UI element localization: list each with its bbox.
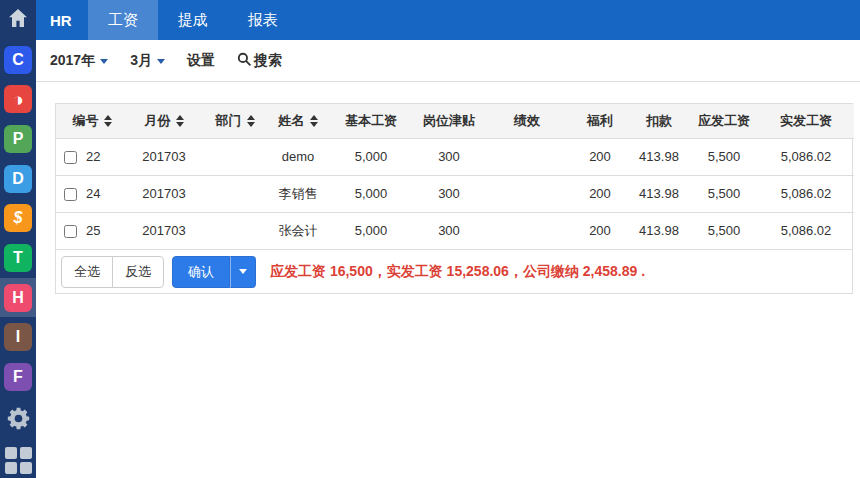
sidebar-item-app-h-active[interactable]: H bbox=[0, 278, 36, 318]
sidebar-home-button[interactable] bbox=[0, 0, 36, 40]
chevron-down-icon bbox=[239, 269, 247, 274]
table-row: 22 201703 demo 5,000 300 200 413.98 5,50… bbox=[56, 138, 854, 175]
welfare-cell: 200 bbox=[572, 138, 628, 175]
tab-commission[interactable]: 提成 bbox=[158, 0, 228, 40]
confirm-split-button: 确认 bbox=[172, 256, 256, 288]
sidebar-item-app-o[interactable]: ◑ bbox=[0, 79, 36, 119]
salary-table: 编号 月份 部门 姓名 基本工资 岗位津贴 绩效 福利 扣款 应发工资 实发工资 bbox=[56, 104, 854, 249]
gear-icon bbox=[5, 405, 32, 436]
invert-selection-button[interactable]: 反选 bbox=[112, 256, 164, 288]
search-link[interactable]: 搜索 bbox=[237, 52, 282, 70]
app-c-icon: C bbox=[4, 46, 32, 74]
base-salary-cell: 5,000 bbox=[326, 212, 416, 249]
sidebar: C ◑ P D $ T H I F bbox=[0, 0, 36, 478]
welfare-cell: 200 bbox=[572, 212, 628, 249]
deduction-cell: 413.98 bbox=[628, 212, 690, 249]
table-footer: 全选 反选 确认 应发工资 16,500，实发工资 15,258.06，公司缴纳… bbox=[56, 249, 852, 293]
id-cell: 22 bbox=[56, 138, 128, 175]
main-area: HR 工资 提成 报表 2017年 3月 设置 搜索 bbox=[36, 0, 860, 478]
brand-hr[interactable]: HR bbox=[36, 0, 88, 40]
deduction-cell: 413.98 bbox=[628, 175, 690, 212]
net-pay-cell: 5,086.02 bbox=[758, 138, 854, 175]
app-f-icon: F bbox=[4, 363, 32, 391]
name-cell: demo bbox=[270, 138, 326, 175]
gross-pay-cell: 5,500 bbox=[690, 175, 758, 212]
sidebar-item-app-p[interactable]: P bbox=[0, 119, 36, 159]
search-link-label: 搜索 bbox=[254, 52, 282, 70]
table-row: 25 201703 张会计 5,000 300 200 413.98 5,500… bbox=[56, 212, 854, 249]
app-i-icon: I bbox=[4, 323, 32, 351]
app-o-icon: ◑ bbox=[4, 85, 32, 113]
column-header-gross-pay: 应发工资 bbox=[690, 104, 758, 138]
filter-bar: 2017年 3月 设置 搜索 bbox=[36, 40, 860, 82]
post-allowance-cell: 300 bbox=[416, 212, 482, 249]
sidebar-item-app-i[interactable]: I bbox=[0, 317, 36, 357]
confirm-button[interactable]: 确认 bbox=[172, 256, 230, 288]
month-cell: 201703 bbox=[128, 212, 200, 249]
column-header-month[interactable]: 月份 bbox=[128, 104, 200, 138]
net-pay-cell: 5,086.02 bbox=[758, 175, 854, 212]
column-header-post-allowance: 岗位津贴 bbox=[416, 104, 482, 138]
apps-grid-icon bbox=[5, 447, 32, 474]
month-dropdown[interactable]: 3月 bbox=[130, 52, 165, 70]
tab-salary[interactable]: 工资 bbox=[88, 0, 158, 40]
tab-reports[interactable]: 报表 bbox=[228, 0, 298, 40]
content-area: 编号 月份 部门 姓名 基本工资 岗位津贴 绩效 福利 扣款 应发工资 实发工资 bbox=[36, 82, 860, 294]
app-s-icon: $ bbox=[4, 204, 32, 232]
performance-cell bbox=[482, 175, 572, 212]
net-pay-cell: 5,086.02 bbox=[758, 212, 854, 249]
base-salary-cell: 5,000 bbox=[326, 175, 416, 212]
row-checkbox[interactable] bbox=[64, 225, 77, 238]
select-all-button[interactable]: 全选 bbox=[61, 256, 113, 288]
salary-summary-text: 应发工资 16,500，实发工资 15,258.06，公司缴纳 2,458.89… bbox=[270, 263, 645, 281]
column-header-deduction: 扣款 bbox=[628, 104, 690, 138]
gross-pay-cell: 5,500 bbox=[690, 138, 758, 175]
app-t-icon: T bbox=[4, 244, 32, 272]
search-icon bbox=[237, 52, 252, 70]
column-header-performance: 绩效 bbox=[482, 104, 572, 138]
sidebar-item-app-s[interactable]: $ bbox=[0, 198, 36, 238]
department-cell bbox=[200, 175, 270, 212]
sort-icon bbox=[310, 115, 318, 127]
performance-cell bbox=[482, 138, 572, 175]
post-allowance-cell: 300 bbox=[416, 138, 482, 175]
table-header-row: 编号 月份 部门 姓名 基本工资 岗位津贴 绩效 福利 扣款 应发工资 实发工资 bbox=[56, 104, 854, 138]
column-header-name[interactable]: 姓名 bbox=[270, 104, 326, 138]
row-checkbox[interactable] bbox=[64, 188, 77, 201]
chevron-down-icon bbox=[100, 59, 108, 64]
salary-table-panel: 编号 月份 部门 姓名 基本工资 岗位津贴 绩效 福利 扣款 应发工资 实发工资 bbox=[55, 103, 853, 294]
sort-icon bbox=[104, 115, 112, 127]
gross-pay-cell: 5,500 bbox=[690, 212, 758, 249]
row-id: 24 bbox=[86, 186, 100, 201]
chevron-down-icon bbox=[157, 59, 165, 64]
column-header-base-salary: 基本工资 bbox=[326, 104, 416, 138]
month-cell: 201703 bbox=[128, 138, 200, 175]
sidebar-settings-button[interactable] bbox=[0, 399, 36, 443]
table-row: 24 201703 李销售 5,000 300 200 413.98 5,500… bbox=[56, 175, 854, 212]
row-id: 22 bbox=[86, 149, 100, 164]
settings-link-label: 设置 bbox=[187, 52, 215, 70]
row-checkbox[interactable] bbox=[64, 151, 77, 164]
app-h-icon: H bbox=[4, 284, 32, 312]
welfare-cell: 200 bbox=[572, 175, 628, 212]
sidebar-item-app-f[interactable]: F bbox=[0, 357, 36, 397]
name-cell: 李销售 bbox=[270, 175, 326, 212]
sidebar-apps-grid-button[interactable] bbox=[0, 442, 36, 478]
post-allowance-cell: 300 bbox=[416, 175, 482, 212]
sidebar-item-app-d[interactable]: D bbox=[0, 159, 36, 199]
performance-cell bbox=[482, 212, 572, 249]
sort-icon bbox=[176, 115, 184, 127]
column-header-net-pay: 实发工资 bbox=[758, 104, 854, 138]
confirm-dropdown-toggle[interactable] bbox=[230, 256, 256, 288]
settings-link[interactable]: 设置 bbox=[187, 52, 215, 70]
app-d-icon: D bbox=[4, 165, 32, 193]
month-dropdown-label: 3月 bbox=[130, 52, 152, 70]
sidebar-item-app-c[interactable]: C bbox=[0, 40, 36, 80]
department-cell bbox=[200, 212, 270, 249]
column-header-id[interactable]: 编号 bbox=[56, 104, 128, 138]
id-cell: 25 bbox=[56, 212, 128, 249]
sidebar-item-app-t[interactable]: T bbox=[0, 238, 36, 278]
month-cell: 201703 bbox=[128, 175, 200, 212]
year-dropdown[interactable]: 2017年 bbox=[50, 52, 108, 70]
column-header-department[interactable]: 部门 bbox=[200, 104, 270, 138]
